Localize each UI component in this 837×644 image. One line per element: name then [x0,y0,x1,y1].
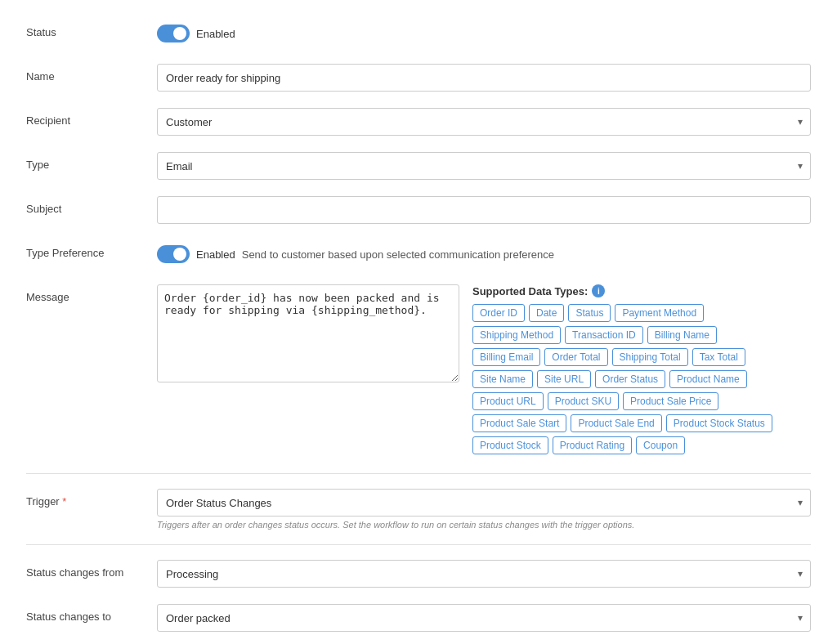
trigger-select-wrap: Order Status Changes New Order Payment C… [157,489,811,517]
tag-order-total[interactable]: Order Total [544,348,607,366]
tag-product-url[interactable]: Product URL [472,392,544,410]
type-preference-row: Type Preference Enabled Send to customer… [26,240,811,270]
status-from-row: Status changes from Processing Pending O… [26,560,811,589]
tags-row-1: Order ID Date Status Payment Method [472,304,811,322]
tag-site-name[interactable]: Site Name [472,370,533,388]
tags-row-4: Site Name Site URL Order Status Product … [472,370,811,388]
type-preference-toggle-label: Enabled [196,248,235,261]
type-preference-desc: Send to customer based upon selected com… [242,248,554,261]
message-row: Message Order {order_id} has now been pa… [26,284,811,458]
tag-product-sale-end[interactable]: Product Sale End [571,414,661,432]
data-types-title-text: Supported Data Types: [472,285,588,297]
data-types-panel: Supported Data Types: i Order ID Date St… [472,284,811,458]
name-input[interactable] [157,64,811,92]
recipient-label: Recipient [26,108,157,127]
tag-shipping-total[interactable]: Shipping Total [612,348,688,366]
type-preference-toggle-wrap: Enabled Send to customer based upon sele… [157,240,811,263]
status-from-label: Status changes from [26,560,157,579]
trigger-hint: Triggers after an order changes status o… [157,520,811,530]
status-from-select-wrap: Processing Pending On Hold Completed ▾ [157,560,811,588]
tag-product-stock[interactable]: Product Stock [472,436,548,454]
type-row: Type Email SMS Push ▾ [26,152,811,181]
section-divider [26,473,811,474]
info-icon[interactable]: i [592,284,605,297]
type-preference-label: Type Preference [26,240,157,259]
tag-product-sale-start[interactable]: Product Sale Start [472,414,566,432]
tags-row-6: Product Sale Start Product Sale End Prod… [472,414,811,432]
tag-product-rating[interactable]: Product Rating [553,436,632,454]
trigger-row: Trigger * Order Status Changes New Order… [26,489,811,530]
tag-payment-method[interactable]: Payment Method [615,304,704,322]
tag-billing-email[interactable]: Billing Email [472,348,540,366]
status-to-select[interactable]: Order packed Completed Shipped Cancelled [157,604,811,632]
tag-tax-total[interactable]: Tax Total [692,348,745,366]
type-preference-toggle[interactable] [157,245,190,263]
data-types-title: Supported Data Types: i [472,284,811,297]
tags-row-3: Billing Email Order Total Shipping Total… [472,348,811,366]
tags-row-2: Shipping Method Transaction ID Billing N… [472,326,811,344]
recipient-select-wrap: Customer Admin Guest ▾ [157,108,811,136]
tag-date[interactable]: Date [529,304,564,322]
type-select[interactable]: Email SMS Push [157,152,811,180]
tag-product-name[interactable]: Product Name [669,370,747,388]
status-to-select-wrap: Order packed Completed Shipped Cancelled… [157,604,811,632]
type-select-wrap: Email SMS Push ▾ [157,152,811,180]
recipient-select[interactable]: Customer Admin Guest [157,108,811,136]
status-toggle[interactable] [157,25,190,42]
tag-site-url[interactable]: Site URL [537,370,591,388]
tag-transaction-id[interactable]: Transaction ID [565,326,643,344]
tag-order-id[interactable]: Order ID [472,304,525,322]
name-label: Name [26,64,157,83]
tag-coupon[interactable]: Coupon [636,436,685,454]
subject-input[interactable] [157,196,811,224]
message-textarea[interactable]: Order {order_id} has now been packed and… [157,284,459,382]
status-from-select[interactable]: Processing Pending On Hold Completed [157,560,811,588]
status-row: Status Enabled [26,20,811,49]
message-label: Message [26,284,157,303]
status-toggle-wrap: Enabled [157,20,811,42]
tag-product-sale-price[interactable]: Product Sale Price [623,392,718,410]
tag-product-stock-status[interactable]: Product Stock Status [666,414,772,432]
name-row: Name [26,64,811,93]
status-label: Status [26,20,157,38]
tag-order-status[interactable]: Order Status [595,370,665,388]
subject-label: Subject [26,196,157,215]
tag-billing-name[interactable]: Billing Name [647,326,717,344]
trigger-select[interactable]: Order Status Changes New Order Payment C… [157,489,811,517]
tags-row-7: Product Stock Product Rating Coupon [472,436,811,454]
status-toggle-label: Enabled [196,28,235,40]
tag-shipping-method[interactable]: Shipping Method [472,326,561,344]
section-divider-2 [26,544,811,545]
recipient-row: Recipient Customer Admin Guest ▾ [26,108,811,137]
trigger-label: Trigger * [26,489,157,508]
type-label: Type [26,152,157,171]
message-area: Order {order_id} has now been packed and… [157,284,811,458]
tag-product-sku[interactable]: Product SKU [548,392,619,410]
tags-row-5: Product URL Product SKU Product Sale Pri… [472,392,811,410]
tag-status[interactable]: Status [568,304,611,322]
status-to-row: Status changes to Order packed Completed… [26,604,811,633]
subject-row: Subject [26,196,811,226]
status-to-label: Status changes to [26,604,157,623]
